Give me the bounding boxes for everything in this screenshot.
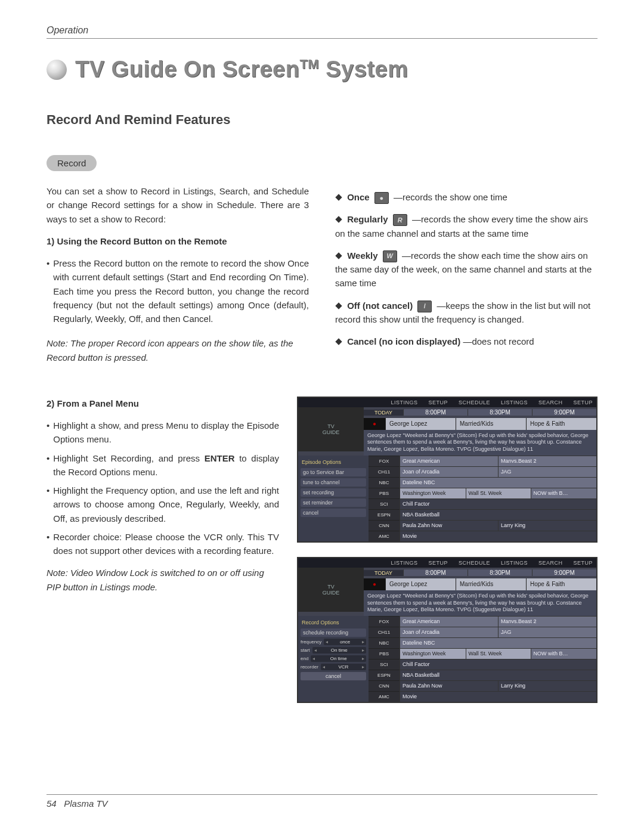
guide-grid: FOXGreat AmericanManvs.Beast 2CH11Joan o… [369, 616, 596, 702]
section-label: Operation [47, 25, 597, 38]
guide-program: Dateline NBC [400, 637, 596, 648]
right-column: Once —records the show one time Regularl… [335, 184, 597, 357]
method1-heading: 1) Using the Record Button on the Remote [47, 234, 309, 248]
guide-row: CNNPaula Zahn NowLarry King [369, 520, 596, 531]
guide-day: TODAY [364, 410, 403, 416]
option-row: start On time [301, 647, 366, 654]
bullet-dot-icon: • [47, 419, 49, 432]
regularly-label: Regularly [347, 214, 388, 224]
diamond-icon [335, 338, 342, 345]
guide-program: Larry King [498, 520, 596, 531]
page-number: 54 [47, 798, 57, 809]
record-options-panel: Record Options schedule recording freque… [298, 616, 369, 702]
guide-time: 8:00PM [403, 569, 467, 576]
guide-tab: LISTINGS [501, 400, 528, 405]
record-indicator-icon [364, 418, 385, 430]
guide-program: Washington Week [400, 648, 466, 659]
guide-tab: SCHEDULE [459, 560, 490, 566]
title-main: TV Guide On Screen [75, 57, 299, 82]
guide-row: NBCDateline NBC [369, 477, 596, 488]
guide-description: George Lopez "Weekend at Benny's" (Sitco… [364, 430, 596, 456]
guide-row: ESPNNBA Basketball [369, 509, 596, 520]
guide-now-cell: Married/Kids [456, 418, 526, 430]
option-value-text: On time [331, 648, 348, 653]
title-row: TV Guide On ScreenTM System [47, 57, 597, 82]
panel-item: set reminder [301, 498, 366, 507]
method1-bullet: • Press the Record button on the remote … [47, 256, 309, 326]
guide-tabs: LISTINGS SETUP SCHEDULE LISTINGS SEARCH … [298, 558, 596, 568]
panel-item: cancel [301, 509, 366, 517]
guide-channel: PBS [369, 488, 400, 498]
m2-note: Note: Video Window Lock is switched to o… [47, 566, 279, 594]
off-label: Off (not cancel) [347, 301, 413, 311]
option-label: end [301, 656, 308, 661]
method1-note: Note: The proper Record icon appears on … [47, 336, 309, 364]
option-row: frequency once [301, 639, 366, 645]
option-row: recorder VCR [301, 664, 366, 670]
guide-time: 9:00PM [532, 409, 596, 416]
panel-header: Record Options [301, 618, 366, 627]
guide-tab: SETUP [428, 560, 448, 566]
guide-row: CH11Joan of ArcadiaJAG [369, 627, 596, 637]
guide-program: NBA Basketball [400, 509, 596, 520]
guide-now-cell: Hope & Faith [526, 418, 596, 430]
guide-channel: FOX [369, 616, 400, 627]
guide-time-row: TODAY 8:00PM 8:30PM 9:00PM [364, 568, 596, 578]
guide-tab: SETUP [573, 400, 593, 405]
guide-tab: LISTINGS [391, 400, 417, 405]
panel-item: tune to channel [301, 478, 366, 487]
guide-row: ESPNNBA Basketball [369, 670, 596, 680]
pip-window: TVGUIDE [298, 407, 364, 451]
guide-channel: PBS [369, 648, 400, 659]
freq-once: Once —records the show one time [335, 190, 597, 204]
panel-item: schedule recording [301, 628, 366, 637]
m2-b2-enter: ENTER [205, 453, 235, 463]
diamond-icon [335, 252, 342, 259]
guide-time: 9:00PM [532, 569, 596, 576]
guide-program: Dateline NBC [400, 477, 596, 488]
guide-time-row: TODAY 8:00PM 8:30PM 9:00PM [364, 407, 596, 418]
top-rule [47, 38, 597, 39]
record-pill: Record [47, 155, 97, 171]
guide-channel: CH11 [369, 466, 400, 477]
guide-row: CNNPaula Zahn NowLarry King [369, 680, 596, 691]
guide-screenshot-record-options: LISTINGS SETUP SCHEDULE LISTINGS SEARCH … [297, 557, 597, 703]
freq-off: Off (not cancel) —keeps the show in the … [335, 299, 597, 327]
guide-program: Paula Zahn Now [400, 680, 498, 691]
bullet-dot-icon: • [47, 256, 49, 270]
guide-tab: SETUP [573, 560, 593, 566]
guide-now-cell: Hope & Faith [526, 578, 596, 590]
guide-channel: NBC [369, 637, 400, 648]
m2-b2: Highlight Set Recording, and press ENTER… [53, 451, 279, 479]
record-once-icon [374, 192, 389, 204]
episode-options-panel: Episode Options go to Service Bar tune t… [298, 456, 369, 541]
once-text: —records the show one time [394, 192, 507, 202]
footer-product: Plasma TV [64, 798, 107, 809]
option-value-text: VCR [338, 664, 348, 670]
bullet-dot-icon: • [47, 484, 49, 497]
guide-tab: SEARCH [538, 400, 563, 405]
guide-row: AMCMovie [369, 691, 596, 702]
cancel-label: Cancel (no icon displayed) [347, 336, 460, 346]
guide-program: JAG [498, 627, 596, 637]
panel-header: Episode Options [301, 458, 366, 466]
guide-channel: SCI [369, 659, 400, 670]
diamond-icon [335, 216, 342, 223]
guide-now-cell: Married/Kids [456, 578, 526, 590]
guide-row: PBSWashington WeekWall St. WeekNOW with … [369, 648, 596, 659]
pip-window: TVGUIDE [298, 568, 364, 612]
guide-screenshot-episode-options: LISTINGS SETUP SCHEDULE LISTINGS SEARCH … [297, 397, 597, 543]
guide-channel: CH11 [369, 627, 400, 637]
freq-weekly: Weekly —records the show each time the s… [335, 249, 597, 290]
record-off-icon [417, 301, 432, 312]
guide-channel: FOX [369, 456, 400, 466]
guide-time: 8:30PM [467, 409, 532, 416]
guide-program: Wall St. Week [466, 488, 531, 498]
guide-day: TODAY [364, 570, 403, 576]
guide-row: FOXGreat AmericanManvs.Beast 2 [369, 616, 596, 627]
diamond-icon [335, 194, 342, 200]
option-row: end On time [301, 655, 366, 662]
guide-row: SCIChill Factor [369, 659, 596, 670]
guide-row: SCIChill Factor [369, 498, 596, 509]
guide-program: Manvs.Beast 2 [498, 616, 596, 627]
